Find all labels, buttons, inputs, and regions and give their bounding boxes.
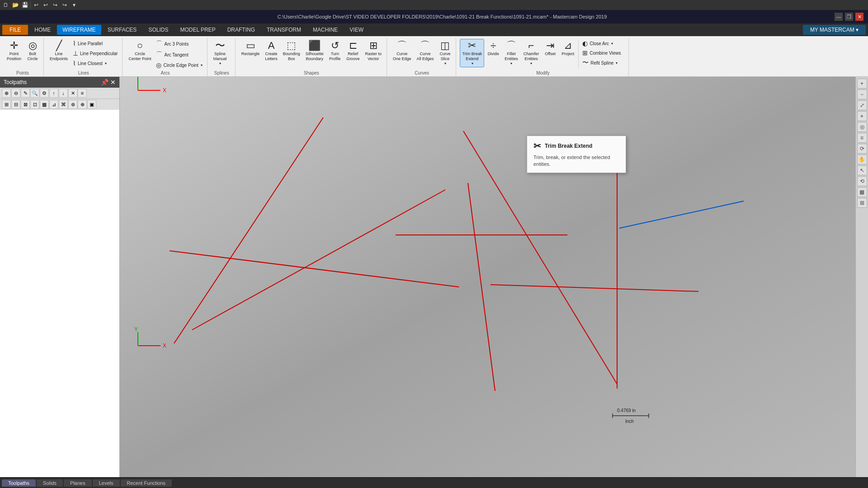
ribbon-btn-close-arc[interactable]: ◐ Close Arc	[580, 39, 623, 48]
tp-tool-9[interactable]: ≡	[78, 89, 87, 98]
rt-fit[interactable]: ⤢	[857, 100, 867, 110]
ribbon-btn-offset[interactable]: ⇥ Offset	[542, 39, 558, 58]
close-button[interactable]: ✕	[855, 13, 863, 21]
my-mastercam-button[interactable]: MY MASTERCAM ▾	[803, 25, 866, 35]
toolpaths-panel: Toolpaths 📌 ✕ ⊕ ⊖ ✎ 🔍 ⚙ ↑ ↓ ✕ ≡ ⊞ ⊟ ⊠ ⊡ …	[0, 77, 120, 477]
qa-undo[interactable]: ↩	[32, 1, 40, 9]
qa-redo[interactable]: ↪	[51, 1, 59, 9]
ribbon-btn-chamfer[interactable]: ⌐ ChamferEntities	[521, 39, 542, 67]
rt-center[interactable]: ⌖	[857, 111, 867, 121]
qa-new[interactable]: 🗋	[2, 1, 10, 9]
ribbon-btn-circle-center[interactable]: ○ CircleCenter Point	[126, 39, 153, 63]
ribbon-btn-line-perpendicular[interactable]: ⊥ Line Perpendicular	[71, 49, 119, 58]
ribbon-btn-line-closest[interactable]: ⌇ Line Closest	[71, 59, 119, 68]
menu-wireframe[interactable]: WIREFRAME	[57, 25, 101, 35]
rt-undo-view[interactable]: ⟲	[857, 176, 867, 186]
rt-grid[interactable]: ▦	[857, 187, 867, 197]
rt-zoom-in[interactable]: +	[857, 79, 867, 89]
tp-row-2-1[interactable]: ⊞	[2, 100, 11, 109]
ribbon-btn-relief-groove[interactable]: ⊏ ReliefGroove	[344, 39, 362, 63]
tp-tool-3[interactable]: ✎	[21, 89, 30, 98]
rt-zoom-out[interactable]: −	[857, 89, 867, 99]
tp-tool-1[interactable]: ⊕	[2, 89, 11, 98]
rt-select[interactable]: ↖	[857, 165, 867, 175]
rt-add[interactable]: ⊞	[857, 198, 867, 208]
menu-drafting[interactable]: DRAFTING	[222, 25, 260, 35]
ribbon-btn-refit-spline[interactable]: 〜 Refit Spline	[580, 58, 623, 68]
menu-machine[interactable]: MACHINE	[307, 25, 343, 35]
ribbon-btn-arc-tangent[interactable]: ⌒ Arc Tangent	[154, 50, 204, 60]
tp-row-2-4[interactable]: ⊡	[30, 100, 39, 109]
ribbon-btn-line-endpoints[interactable]: ╱ LineEndpoints	[47, 39, 70, 63]
menu-home[interactable]: HOME	[29, 25, 56, 35]
menu-surfaces[interactable]: SURFACES	[102, 25, 142, 35]
refit-spline-icon: 〜	[582, 59, 589, 67]
ribbon-btn-arc-3-points[interactable]: ⌒ Arc 3 Points	[154, 39, 204, 49]
ribbon-btn-point-position[interactable]: ✛ PointPosition	[5, 39, 24, 63]
menu-view[interactable]: VIEW	[344, 25, 369, 35]
tp-tool-5[interactable]: ⚙	[40, 89, 49, 98]
ribbon-btn-curve-one-edge[interactable]: ⌒ CurveOne Edge	[391, 39, 414, 63]
tab-levels[interactable]: Levels	[93, 479, 120, 487]
tp-row-2-9[interactable]: ⊕	[78, 100, 87, 109]
rt-menu[interactable]: ≡	[857, 133, 867, 143]
rt-orbit[interactable]: ◎	[857, 122, 867, 132]
line-perpendicular-icon: ⊥	[73, 50, 78, 57]
ribbon-btn-silhouette[interactable]: ⬛ SilhouetteBoundary	[303, 39, 326, 63]
ribbon-btn-circle-edge-point[interactable]: ◎ Circle Edge Point	[154, 61, 204, 70]
tab-solids[interactable]: Solids	[37, 479, 63, 487]
ribbon-btn-rectangle[interactable]: ▭ Rectangle	[239, 39, 262, 58]
tp-tool-4[interactable]: 🔍	[30, 89, 39, 98]
qa-save[interactable]: 💾	[21, 1, 29, 9]
tp-tool-2[interactable]: ⊖	[11, 89, 20, 98]
tp-tool-6[interactable]: ↑	[49, 89, 58, 98]
ribbon-btn-spline-manual[interactable]: 〜 SplineManual	[211, 39, 229, 67]
tp-tool-8[interactable]: ✕	[68, 89, 77, 98]
tp-row-2-10[interactable]: ▣	[87, 100, 96, 109]
ribbon-btn-divide[interactable]: ÷ Divide	[485, 39, 501, 58]
ribbon-btn-bolt-circle[interactable]: ◎ BoltCircle	[24, 39, 41, 63]
ribbon-btn-bounding-box[interactable]: ⬚ BoundingBox	[281, 39, 302, 63]
tp-row-2-5[interactable]: ▦	[40, 100, 49, 109]
svg-text:Y: Y	[134, 326, 138, 333]
tab-planes[interactable]: Planes	[64, 479, 92, 487]
rt-rotate[interactable]: ⟳	[857, 144, 867, 154]
ribbon-separator	[578, 40, 579, 68]
menu-model-prep[interactable]: MODEL PREP	[175, 25, 221, 35]
qa-redo2[interactable]: ↪	[61, 1, 69, 9]
title-bar: C:\Users\Charlie\Google Drive\ST VIDEO D…	[0, 10, 868, 23]
toolpaths-pin[interactable]: 📌	[101, 79, 108, 86]
ribbon-btn-fillet[interactable]: ⌒ FilletEntities	[502, 39, 520, 67]
tp-row-2-2[interactable]: ⊟	[11, 100, 20, 109]
menu-solids[interactable]: SOLIDS	[143, 25, 174, 35]
menu-file[interactable]: FILE	[2, 25, 28, 35]
ribbon-btn-curve-slice[interactable]: ◫ CurveSlice	[437, 39, 453, 67]
tp-row-2-3[interactable]: ⊠	[21, 100, 30, 109]
ribbon-btn-turn-profile[interactable]: ↺ TurnProfile	[327, 39, 343, 63]
ribbon-btn-raster-vector[interactable]: ⊞ Raster toVector	[363, 39, 384, 63]
ribbon-btn-trim-break-extend[interactable]: ✂ Trim BreakExtend	[460, 39, 484, 67]
svg-rect-0	[120, 77, 855, 477]
rt-pan[interactable]: ✋	[857, 155, 867, 164]
tab-toolpaths[interactable]: Toolpaths	[2, 479, 36, 487]
restore-button[interactable]: ❐	[845, 13, 853, 21]
ribbon-btn-create-letters[interactable]: A CreateLetters	[263, 39, 280, 63]
ribbon-group-lines-label: Lines	[45, 70, 122, 75]
ribbon-btn-combine-views[interactable]: ⊞ Combine Views	[580, 48, 623, 57]
qa-undo2[interactable]: ↩	[42, 1, 50, 9]
bounding-box-icon: ⬚	[287, 41, 296, 51]
minimize-button[interactable]: —	[835, 13, 843, 21]
ribbon-btn-project[interactable]: ⊿ Project	[559, 39, 576, 58]
tp-tool-7[interactable]: ↓	[59, 89, 68, 98]
tp-row-2-7[interactable]: ⌘	[59, 100, 68, 109]
tab-recent-functions[interactable]: Recent Functions	[121, 479, 172, 487]
toolpaths-close[interactable]: ✕	[110, 79, 116, 86]
tp-row-2-6[interactable]: ⊿	[49, 100, 58, 109]
ribbon-btn-curve-all-edges[interactable]: ⌒ CurveAll Edges	[414, 39, 436, 63]
tp-row-2-8[interactable]: ⊛	[68, 100, 77, 109]
qa-open[interactable]: 📂	[11, 1, 19, 9]
qa-more[interactable]: ▾	[70, 1, 78, 9]
viewport[interactable]: X Y X Y	[120, 77, 855, 477]
menu-transform[interactable]: TRANSFORM	[261, 25, 307, 35]
ribbon-btn-line-parallel[interactable]: ⌇ Line Parallel	[71, 39, 119, 48]
